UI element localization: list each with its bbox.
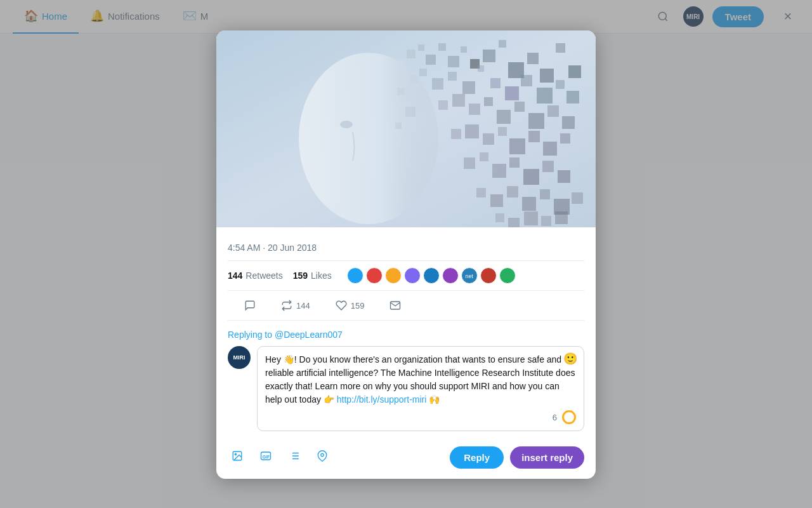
reply-link: http://bit.ly/support-miri [337, 394, 427, 404]
tweet-timestamp: 4:54 AM · 20 Jun 2018 [228, 236, 584, 261]
reply-compose: MIRI Hey 👋! Do you know there's an organ… [228, 346, 584, 431]
liker-avatar [499, 267, 516, 284]
share-action[interactable] [384, 296, 406, 315]
svg-rect-70 [395, 123, 402, 129]
svg-rect-66 [400, 59, 407, 65]
location-button[interactable] [313, 446, 332, 469]
svg-rect-12 [483, 50, 495, 62]
svg-rect-30 [438, 100, 448, 110]
svg-rect-13 [499, 40, 506, 48]
svg-rect-7 [426, 55, 436, 65]
svg-rect-67 [410, 75, 419, 84]
reply-avatar: MIRI [228, 346, 251, 369]
svg-rect-15 [527, 53, 539, 64]
liker-avatar [442, 267, 459, 284]
svg-rect-16 [540, 69, 554, 83]
svg-point-72 [235, 453, 236, 455]
like-count: 159 [351, 301, 365, 311]
likers-avatars: net [347, 267, 516, 284]
svg-rect-60 [572, 192, 583, 204]
liker-avatar [385, 267, 402, 284]
retweet-action[interactable]: 144 [276, 296, 315, 315]
char-count: 6 [553, 413, 557, 422]
likes-stat[interactable]: 159 Likes [293, 271, 332, 281]
retweets-count: 144 [228, 271, 242, 281]
svg-rect-32 [469, 104, 480, 115]
reply-action[interactable] [239, 296, 261, 315]
reply-input-box[interactable]: Hey 👋! Do you know there's an organizati… [257, 346, 584, 431]
liker-avatar [480, 267, 497, 284]
liker-avatar [404, 267, 421, 284]
reply-text: Hey 👋! Do you know there's an organizati… [265, 353, 576, 406]
svg-rect-24 [490, 78, 501, 88]
svg-rect-27 [537, 88, 553, 104]
insert-reply-button[interactable]: insert reply [510, 446, 584, 469]
svg-rect-19 [419, 69, 427, 76]
svg-text:GIF: GIF [263, 455, 270, 459]
svg-rect-44 [528, 131, 540, 142]
image-upload-button[interactable] [228, 446, 247, 469]
likes-label: Likes [311, 271, 332, 281]
svg-rect-33 [484, 97, 493, 106]
svg-rect-23 [478, 65, 484, 72]
emoji-button[interactable]: 🙂 [563, 352, 577, 366]
svg-rect-43 [509, 138, 525, 154]
svg-rect-49 [492, 164, 506, 178]
retweets-label: Retweets [246, 271, 282, 281]
svg-rect-61 [495, 213, 504, 222]
reply-toolbar: GIF Reply insert reply [216, 440, 596, 479]
svg-rect-52 [542, 161, 554, 172]
svg-rect-46 [560, 133, 570, 144]
svg-rect-45 [543, 142, 557, 156]
svg-rect-34 [497, 110, 511, 124]
replying-to-user[interactable]: @DeepLearn007 [275, 330, 343, 340]
svg-rect-35 [514, 102, 525, 112]
svg-rect-53 [558, 170, 570, 183]
liker-avatar [423, 267, 440, 284]
svg-rect-26 [521, 75, 532, 86]
gif-button[interactable]: GIF [256, 446, 276, 469]
poll-button[interactable] [285, 446, 304, 469]
svg-rect-64 [541, 216, 551, 226]
svg-rect-22 [462, 81, 475, 94]
char-indicator [562, 410, 576, 424]
svg-point-4 [340, 121, 353, 128]
tweet-action-bar: 144 159 [228, 291, 584, 321]
svg-rect-69 [405, 107, 416, 117]
svg-rect-62 [508, 218, 520, 227]
svg-rect-40 [465, 124, 479, 138]
svg-rect-17 [556, 43, 565, 53]
svg-rect-18 [568, 65, 581, 78]
reply-area: Replying to @DeepLearn007 MIRI Hey 👋! Do… [216, 321, 596, 440]
svg-rect-8 [438, 43, 446, 51]
svg-rect-28 [556, 80, 565, 89]
svg-rect-29 [566, 91, 579, 104]
svg-rect-39 [451, 129, 461, 139]
retweets-stat[interactable]: 144 Retweets [228, 271, 283, 281]
svg-rect-31 [452, 94, 465, 107]
svg-point-81 [321, 453, 324, 457]
svg-rect-58 [540, 189, 550, 199]
modal-overlay: 4:54 AM · 20 Jun 2018 144 Retweets 159 L… [0, 0, 812, 508]
svg-rect-20 [432, 78, 443, 90]
svg-rect-57 [522, 197, 536, 211]
svg-rect-63 [524, 211, 538, 225]
replying-to-label: Replying to @DeepLearn007 [228, 330, 584, 340]
svg-rect-50 [509, 157, 520, 168]
svg-rect-68 [397, 88, 405, 95]
svg-rect-47 [464, 157, 475, 169]
svg-rect-48 [480, 152, 488, 161]
tweet-modal: 4:54 AM · 20 Jun 2018 144 Retweets 159 L… [216, 30, 596, 479]
likes-count: 159 [293, 271, 308, 281]
svg-rect-55 [490, 194, 503, 207]
tweet-meta: 4:54 AM · 20 Jun 2018 144 Retweets 159 L… [216, 227, 596, 321]
reply-button[interactable]: Reply [450, 446, 504, 469]
svg-rect-6 [418, 44, 424, 51]
svg-rect-38 [562, 116, 575, 129]
liker-avatar [347, 267, 363, 284]
svg-rect-56 [507, 186, 518, 197]
like-action[interactable]: 159 [331, 296, 370, 315]
svg-rect-9 [448, 56, 459, 67]
reply-buttons: Reply insert reply [450, 446, 584, 469]
svg-rect-37 [547, 105, 559, 117]
